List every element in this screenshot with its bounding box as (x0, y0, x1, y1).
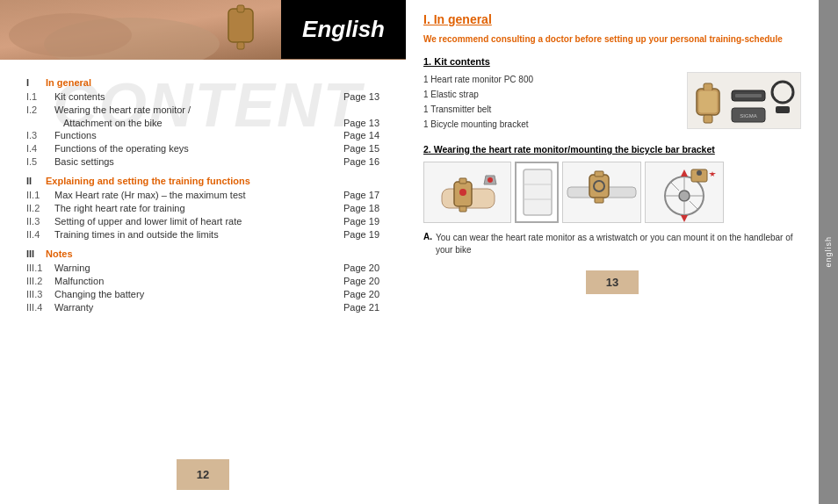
svg-point-41 (697, 170, 702, 176)
item-2-2-label: The right heart rate for training (54, 203, 185, 213)
toc-item-2-1: II.1 Max Heart rate (Hr max) – the maxim… (26, 190, 379, 200)
svg-rect-11 (735, 94, 762, 97)
svg-marker-42 (709, 171, 716, 176)
kit-image: SIGMA (687, 72, 801, 129)
toc-item-3-3: III.3 Changing the battery Page 20 (26, 289, 379, 299)
toc-item-1-5: I.5 Basic settings Page 16 (26, 156, 379, 167)
toc-item-3-1: III.1 Warning Page 20 (26, 263, 379, 273)
kit-item-1: 1 Heart rate monitor PC 800 (423, 72, 678, 87)
item-3-4-num: III.4 (26, 302, 51, 313)
toc-content: CONTENT I In general I.1 Kit contents Pa… (0, 60, 406, 452)
svg-text:SIGMA: SIGMA (740, 113, 756, 119)
svg-rect-22 (524, 169, 552, 215)
item-1-3-num: I.3 (26, 130, 51, 140)
toc-item-3-4: III.4 Warranty Page 21 (26, 302, 379, 313)
diagram-4 (645, 162, 724, 223)
right-page: I. In general We recommend consulting a … (406, 0, 838, 504)
kit-item-2: 1 Elastic strap (423, 87, 678, 102)
item-1-5-page: Page 16 (343, 156, 379, 167)
toc-item-1-2-sub: Attachment on the bike Page 13 (26, 118, 379, 128)
section-2-title: Explaining and setting the training func… (46, 176, 250, 186)
diagrams-row (423, 162, 801, 223)
svg-rect-28 (595, 198, 603, 203)
item-1-2-label: Wearing the heart rate monitor / (54, 104, 191, 115)
svg-rect-18 (459, 178, 466, 184)
svg-point-5 (9, 13, 132, 57)
svg-rect-27 (595, 171, 603, 176)
kit-svg: SIGMA (688, 73, 800, 128)
hero-image: English (0, 0, 406, 60)
item-3-3-label: Changing the battery (54, 289, 144, 299)
item-3-2-num: III.2 (26, 276, 51, 286)
right-main-content: I. In general We recommend consulting a … (406, 0, 819, 504)
item-2-3-page: Page 19 (343, 216, 379, 227)
item-1-3-page: Page 14 (343, 130, 379, 140)
toc-item-1-1: I.1 Kit contents Page 13 (26, 91, 379, 102)
item-3-3-page: Page 20 (343, 289, 379, 299)
item-1-1-label: Kit contents (54, 91, 105, 102)
item-3-2-page: Page 20 (343, 276, 379, 286)
item-3-3-num: III.3 (26, 289, 51, 299)
item-1-5-label: Basic settings (54, 156, 114, 167)
svg-rect-9 (698, 90, 718, 113)
left-page-number: 12 (177, 459, 229, 490)
section2-title: 2. Wearing the heart rate monitor/mounti… (423, 144, 801, 155)
toc-item-3-2: III.2 Malfunction Page 20 (26, 276, 379, 286)
section-2-num: II (26, 176, 40, 186)
toc-section-3: III Notes III.1 Warning Page 20 III.2 Ma… (26, 248, 379, 313)
item-3-2-label: Malfunction (54, 276, 104, 286)
svg-point-21 (488, 177, 493, 183)
svg-rect-7 (704, 83, 712, 91)
item-1-2-sub-page: Page 13 (343, 118, 379, 128)
item-2-3-num: II.3 (26, 216, 51, 227)
item-1-2-num: I.2 (26, 104, 51, 115)
right-sidebar: english (819, 0, 838, 504)
section-1-num: I (26, 77, 40, 88)
item-1-4-num: I.4 (26, 143, 51, 154)
item-3-1-num: III.1 (26, 263, 51, 273)
svg-rect-3 (237, 42, 244, 49)
item-2-4-page: Page 19 (343, 229, 379, 240)
item-3-4-label: Warranty (54, 302, 93, 313)
svg-point-31 (679, 191, 690, 201)
svg-rect-19 (459, 206, 466, 212)
item-2-1-num: II.1 (26, 190, 51, 200)
svg-rect-2 (237, 5, 244, 12)
note-a-label: A. (423, 232, 432, 241)
svg-line-37 (690, 201, 698, 210)
item-1-1-num: I.1 (26, 91, 51, 102)
section1-title: 1. Kit contents (423, 56, 801, 67)
item-3-4-page: Page 21 (343, 302, 379, 313)
item-2-3-label: Setting of upper and lower limit of hear… (54, 216, 242, 227)
item-1-3-label: Functions (54, 130, 97, 140)
section-1-title: In general (46, 77, 91, 88)
item-1-1-page: Page 13 (343, 91, 379, 102)
main-section-title: I. In general (423, 12, 801, 26)
item-3-1-label: Warning (54, 263, 90, 273)
diagram-1 (423, 162, 511, 223)
toc-item-1-4: I.4 Functions of the operating keys Page… (26, 143, 379, 154)
item-2-2-page: Page 18 (343, 203, 379, 213)
note-a-text: You can wear the heart rate monitor as a… (436, 232, 801, 256)
item-1-4-label: Functions of the operating keys (54, 143, 189, 154)
svg-point-20 (459, 189, 466, 196)
intro-text: We recommend consulting a doctor before … (423, 33, 801, 46)
svg-marker-38 (681, 169, 688, 176)
right-page-number: 13 (586, 270, 639, 294)
item-3-1-page: Page 20 (343, 263, 379, 273)
kit-list: 1 Heart rate monitor PC 800 1 Elastic st… (423, 72, 678, 132)
section-3-title: Notes (46, 248, 73, 259)
kit-contents-row: 1 Heart rate monitor PC 800 1 Elastic st… (423, 72, 801, 132)
svg-point-12 (772, 82, 793, 103)
item-1-2-sub-label: Attachment on the bike (63, 118, 163, 128)
kit-item-3: 1 Transmitter belt (423, 102, 678, 117)
sidebar-label: english (824, 236, 833, 268)
toc-item-1-2: I.2 Wearing the heart rate monitor / (26, 104, 379, 115)
hero-title: English (281, 0, 406, 59)
item-2-2-num: II.2 (26, 203, 51, 213)
svg-rect-1 (228, 9, 253, 42)
item-1-4-page: Page 15 (343, 143, 379, 154)
toc-item-2-3: II.3 Setting of upper and lower limit of… (26, 216, 379, 227)
svg-marker-39 (681, 215, 688, 222)
item-2-4-num: II.4 (26, 229, 51, 240)
